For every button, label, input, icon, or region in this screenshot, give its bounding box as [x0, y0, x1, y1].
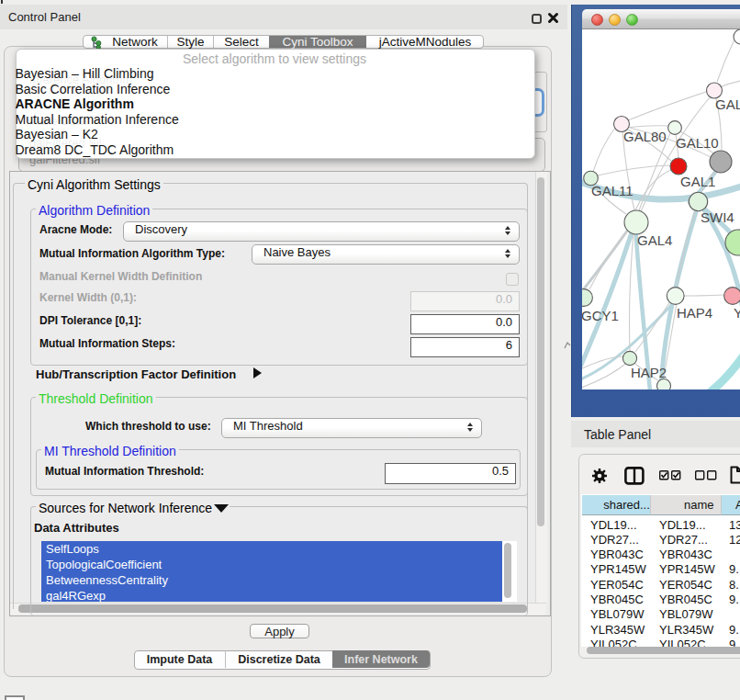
svg-text:GAL1: GAL1	[680, 174, 715, 189]
svg-text:HAP2: HAP2	[631, 365, 667, 380]
svg-text:GCY1: GCY1	[582, 308, 619, 323]
svg-text:HAP4: HAP4	[677, 305, 712, 321]
svg-text:GAL11: GAL11	[591, 183, 633, 198]
svg-text:GAL80: GAL80	[623, 129, 667, 144]
svg-text:GAL10: GAL10	[676, 135, 719, 151]
svg-text:Y: Y	[734, 305, 740, 321]
svg-text:SWI4: SWI4	[701, 209, 734, 225]
svg-text:GAL: GAL	[715, 96, 740, 112]
svg-text:GAL4: GAL4	[637, 232, 672, 248]
